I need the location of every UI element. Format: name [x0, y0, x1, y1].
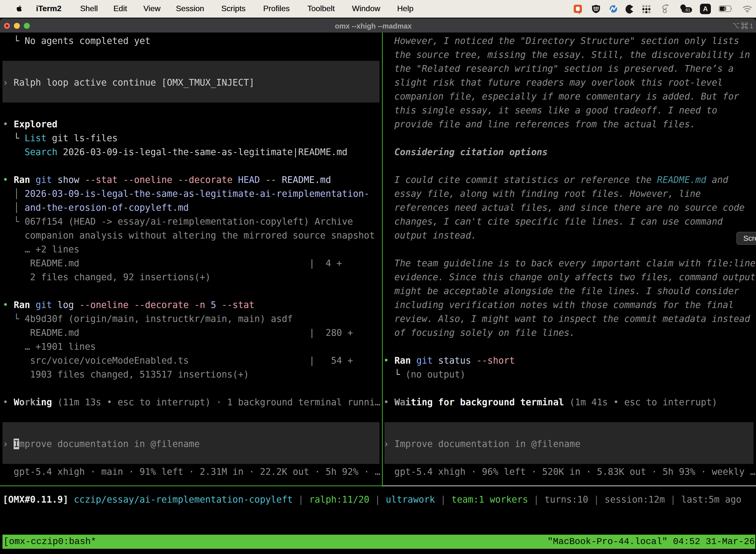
svg-text:1: 1 — [750, 22, 753, 30]
svg-text:..61: ..61 — [683, 8, 690, 12]
